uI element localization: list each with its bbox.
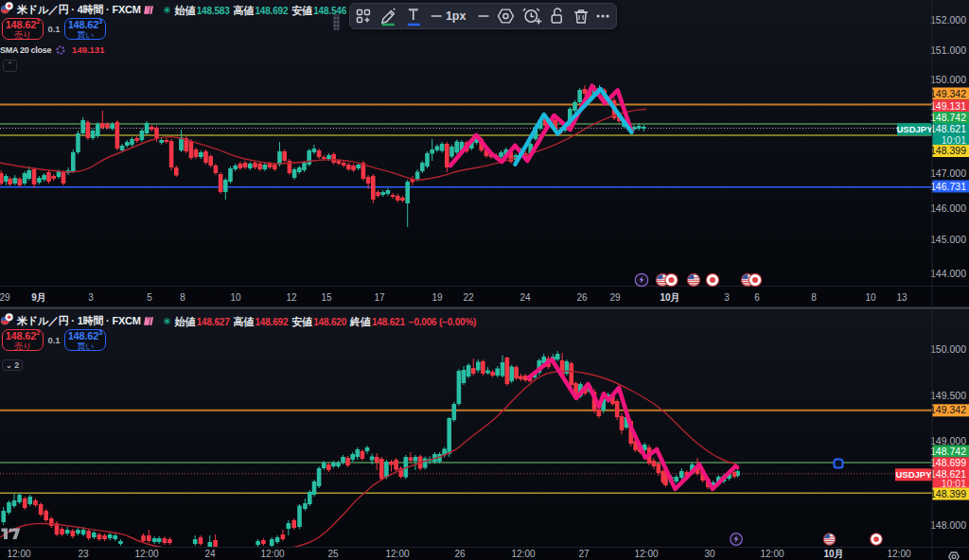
svg-text:23: 23 — [78, 549, 89, 559]
svg-text:148.399: 148.399 — [930, 145, 966, 156]
svg-text:148.742: 148.742 — [930, 112, 966, 123]
svg-text:25: 25 — [327, 549, 339, 559]
svg-text:149.500: 149.500 — [930, 390, 966, 401]
svg-text:6: 6 — [754, 292, 760, 303]
svg-text:15: 15 — [321, 292, 332, 303]
svg-text:148.621: 148.621 — [930, 123, 966, 134]
svg-text:149.342: 149.342 — [930, 404, 966, 415]
svg-text:10: 10 — [865, 292, 876, 303]
svg-text:3: 3 — [724, 292, 730, 303]
svg-text:147.000: 147.000 — [930, 167, 966, 179]
svg-text:144.000: 144.000 — [930, 268, 966, 279]
svg-text:27: 27 — [578, 549, 590, 559]
svg-text:22: 22 — [463, 292, 474, 303]
svg-text:12:00: 12:00 — [7, 549, 30, 559]
svg-text:145.000: 145.000 — [930, 234, 966, 245]
svg-text:26: 26 — [576, 292, 588, 303]
svg-text:19: 19 — [432, 292, 443, 303]
svg-text:30: 30 — [704, 549, 715, 559]
svg-text:9月: 9月 — [31, 292, 46, 303]
svg-text:26: 26 — [454, 549, 466, 559]
svg-text:17: 17 — [374, 292, 385, 303]
svg-text:24: 24 — [204, 549, 216, 559]
svg-text:12:00: 12:00 — [385, 549, 409, 559]
svg-text:8: 8 — [180, 292, 185, 303]
svg-text:12:00: 12:00 — [760, 549, 784, 559]
svg-text:1px: 1px — [446, 9, 467, 23]
svg-text:12: 12 — [286, 292, 297, 303]
svg-text:148.742: 148.742 — [930, 446, 966, 457]
svg-text:12:00: 12:00 — [887, 549, 910, 559]
svg-text:10月: 10月 — [823, 549, 843, 559]
svg-text:24: 24 — [520, 292, 531, 303]
svg-text:150.000: 150.000 — [930, 74, 966, 85]
svg-text:146.731: 146.731 — [930, 181, 966, 192]
svg-text:151.000: 151.000 — [930, 44, 966, 56]
svg-text:149.342: 149.342 — [930, 88, 966, 99]
svg-text:12:00: 12:00 — [511, 549, 535, 559]
svg-text:29: 29 — [0, 292, 10, 303]
svg-text:USDJPY: USDJPY — [895, 469, 932, 480]
svg-text:148.000: 148.000 — [930, 519, 966, 531]
svg-text:5: 5 — [147, 292, 152, 303]
svg-text:12:00: 12:00 — [134, 549, 158, 559]
svg-text:148.699: 148.699 — [930, 457, 966, 468]
svg-text:10: 10 — [230, 292, 241, 303]
svg-text:12:00: 12:00 — [634, 549, 658, 559]
svg-text:29: 29 — [609, 292, 621, 303]
svg-text:10:01: 10:01 — [942, 134, 966, 146]
svg-text:149.131: 149.131 — [930, 100, 966, 112]
svg-text:3: 3 — [88, 292, 94, 303]
svg-text:150.000: 150.000 — [930, 343, 966, 355]
svg-text:10月: 10月 — [660, 292, 679, 303]
svg-text:12:00: 12:00 — [260, 549, 284, 559]
svg-text:152.000: 152.000 — [930, 14, 966, 26]
svg-text:148.399: 148.399 — [930, 488, 966, 499]
svg-text:USDJPY: USDJPY — [896, 124, 933, 134]
svg-text:8: 8 — [811, 292, 817, 303]
svg-text:146.000: 146.000 — [930, 202, 966, 214]
svg-text:13: 13 — [896, 292, 907, 303]
